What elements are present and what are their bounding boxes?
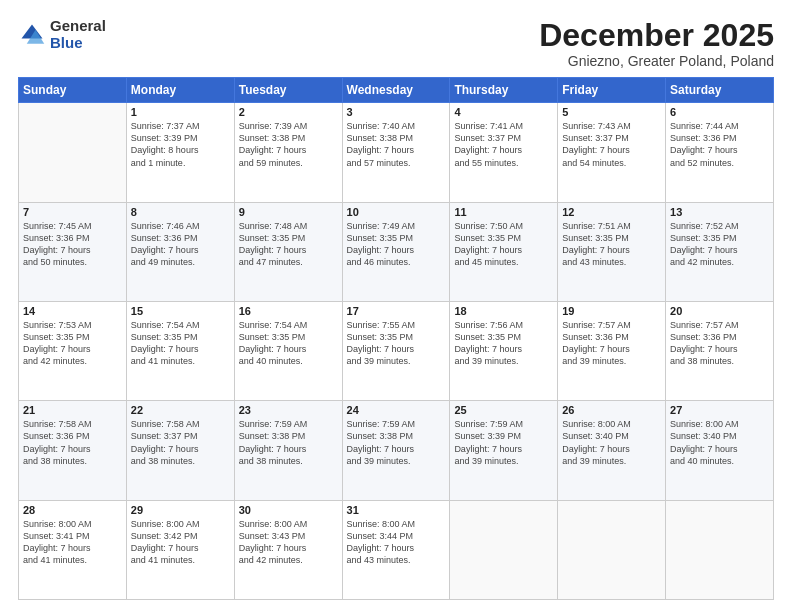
calendar-cell: 20Sunrise: 7:57 AMSunset: 3:36 PMDayligh… bbox=[666, 301, 774, 400]
day-info: Sunrise: 7:55 AMSunset: 3:35 PMDaylight:… bbox=[347, 319, 446, 368]
title-block: December 2025 Gniezno, Greater Poland, P… bbox=[539, 18, 774, 69]
day-number: 7 bbox=[23, 206, 122, 218]
day-number: 10 bbox=[347, 206, 446, 218]
day-number: 14 bbox=[23, 305, 122, 317]
day-info: Sunrise: 7:51 AMSunset: 3:35 PMDaylight:… bbox=[562, 220, 661, 269]
day-info: Sunrise: 7:39 AMSunset: 3:38 PMDaylight:… bbox=[239, 120, 338, 169]
calendar-cell: 30Sunrise: 8:00 AMSunset: 3:43 PMDayligh… bbox=[234, 500, 342, 599]
calendar-cell: 22Sunrise: 7:58 AMSunset: 3:37 PMDayligh… bbox=[126, 401, 234, 500]
calendar-cell: 7Sunrise: 7:45 AMSunset: 3:36 PMDaylight… bbox=[19, 202, 127, 301]
day-info: Sunrise: 7:49 AMSunset: 3:35 PMDaylight:… bbox=[347, 220, 446, 269]
logo-blue: Blue bbox=[50, 34, 83, 51]
calendar-cell: 3Sunrise: 7:40 AMSunset: 3:38 PMDaylight… bbox=[342, 103, 450, 202]
day-number: 12 bbox=[562, 206, 661, 218]
weekday-header: Saturday bbox=[666, 78, 774, 103]
calendar-cell: 13Sunrise: 7:52 AMSunset: 3:35 PMDayligh… bbox=[666, 202, 774, 301]
calendar-cell bbox=[558, 500, 666, 599]
day-info: Sunrise: 7:46 AMSunset: 3:36 PMDaylight:… bbox=[131, 220, 230, 269]
day-number: 1 bbox=[131, 106, 230, 118]
calendar-cell: 11Sunrise: 7:50 AMSunset: 3:35 PMDayligh… bbox=[450, 202, 558, 301]
calendar-cell: 9Sunrise: 7:48 AMSunset: 3:35 PMDaylight… bbox=[234, 202, 342, 301]
calendar-table: SundayMondayTuesdayWednesdayThursdayFrid… bbox=[18, 77, 774, 600]
day-number: 26 bbox=[562, 404, 661, 416]
calendar-week-row: 14Sunrise: 7:53 AMSunset: 3:35 PMDayligh… bbox=[19, 301, 774, 400]
day-info: Sunrise: 7:45 AMSunset: 3:36 PMDaylight:… bbox=[23, 220, 122, 269]
day-number: 24 bbox=[347, 404, 446, 416]
day-number: 29 bbox=[131, 504, 230, 516]
day-info: Sunrise: 7:56 AMSunset: 3:35 PMDaylight:… bbox=[454, 319, 553, 368]
day-info: Sunrise: 7:57 AMSunset: 3:36 PMDaylight:… bbox=[562, 319, 661, 368]
day-info: Sunrise: 7:43 AMSunset: 3:37 PMDaylight:… bbox=[562, 120, 661, 169]
calendar-cell: 12Sunrise: 7:51 AMSunset: 3:35 PMDayligh… bbox=[558, 202, 666, 301]
weekday-header: Tuesday bbox=[234, 78, 342, 103]
calendar-cell: 14Sunrise: 7:53 AMSunset: 3:35 PMDayligh… bbox=[19, 301, 127, 400]
day-number: 31 bbox=[347, 504, 446, 516]
day-info: Sunrise: 8:00 AMSunset: 3:42 PMDaylight:… bbox=[131, 518, 230, 567]
day-number: 9 bbox=[239, 206, 338, 218]
day-info: Sunrise: 7:59 AMSunset: 3:38 PMDaylight:… bbox=[347, 418, 446, 467]
day-info: Sunrise: 7:40 AMSunset: 3:38 PMDaylight:… bbox=[347, 120, 446, 169]
day-info: Sunrise: 7:37 AMSunset: 3:39 PMDaylight:… bbox=[131, 120, 230, 169]
header: General Blue December 2025 Gniezno, Grea… bbox=[18, 18, 774, 69]
day-info: Sunrise: 8:00 AMSunset: 3:40 PMDaylight:… bbox=[562, 418, 661, 467]
calendar-cell: 5Sunrise: 7:43 AMSunset: 3:37 PMDaylight… bbox=[558, 103, 666, 202]
main-title: December 2025 bbox=[539, 18, 774, 53]
logo-general: General bbox=[50, 17, 106, 34]
weekday-header-row: SundayMondayTuesdayWednesdayThursdayFrid… bbox=[19, 78, 774, 103]
day-info: Sunrise: 7:59 AMSunset: 3:38 PMDaylight:… bbox=[239, 418, 338, 467]
day-info: Sunrise: 7:57 AMSunset: 3:36 PMDaylight:… bbox=[670, 319, 769, 368]
calendar-week-row: 21Sunrise: 7:58 AMSunset: 3:36 PMDayligh… bbox=[19, 401, 774, 500]
day-info: Sunrise: 7:44 AMSunset: 3:36 PMDaylight:… bbox=[670, 120, 769, 169]
calendar-cell: 26Sunrise: 8:00 AMSunset: 3:40 PMDayligh… bbox=[558, 401, 666, 500]
calendar-cell: 16Sunrise: 7:54 AMSunset: 3:35 PMDayligh… bbox=[234, 301, 342, 400]
calendar-cell: 4Sunrise: 7:41 AMSunset: 3:37 PMDaylight… bbox=[450, 103, 558, 202]
calendar-cell: 19Sunrise: 7:57 AMSunset: 3:36 PMDayligh… bbox=[558, 301, 666, 400]
day-info: Sunrise: 8:00 AMSunset: 3:40 PMDaylight:… bbox=[670, 418, 769, 467]
day-number: 23 bbox=[239, 404, 338, 416]
calendar-cell: 10Sunrise: 7:49 AMSunset: 3:35 PMDayligh… bbox=[342, 202, 450, 301]
day-number: 16 bbox=[239, 305, 338, 317]
calendar-cell: 6Sunrise: 7:44 AMSunset: 3:36 PMDaylight… bbox=[666, 103, 774, 202]
day-number: 6 bbox=[670, 106, 769, 118]
weekday-header: Monday bbox=[126, 78, 234, 103]
day-number: 11 bbox=[454, 206, 553, 218]
calendar-week-row: 1Sunrise: 7:37 AMSunset: 3:39 PMDaylight… bbox=[19, 103, 774, 202]
day-number: 20 bbox=[670, 305, 769, 317]
calendar-cell bbox=[666, 500, 774, 599]
day-number: 18 bbox=[454, 305, 553, 317]
day-info: Sunrise: 7:58 AMSunset: 3:36 PMDaylight:… bbox=[23, 418, 122, 467]
day-number: 30 bbox=[239, 504, 338, 516]
day-info: Sunrise: 8:00 AMSunset: 3:41 PMDaylight:… bbox=[23, 518, 122, 567]
day-number: 25 bbox=[454, 404, 553, 416]
calendar-cell: 24Sunrise: 7:59 AMSunset: 3:38 PMDayligh… bbox=[342, 401, 450, 500]
calendar-cell bbox=[19, 103, 127, 202]
page: General Blue December 2025 Gniezno, Grea… bbox=[0, 0, 792, 612]
calendar-cell: 27Sunrise: 8:00 AMSunset: 3:40 PMDayligh… bbox=[666, 401, 774, 500]
day-info: Sunrise: 8:00 AMSunset: 3:44 PMDaylight:… bbox=[347, 518, 446, 567]
calendar-cell: 21Sunrise: 7:58 AMSunset: 3:36 PMDayligh… bbox=[19, 401, 127, 500]
day-number: 13 bbox=[670, 206, 769, 218]
day-info: Sunrise: 7:59 AMSunset: 3:39 PMDaylight:… bbox=[454, 418, 553, 467]
day-number: 27 bbox=[670, 404, 769, 416]
day-info: Sunrise: 7:58 AMSunset: 3:37 PMDaylight:… bbox=[131, 418, 230, 467]
calendar-cell: 23Sunrise: 7:59 AMSunset: 3:38 PMDayligh… bbox=[234, 401, 342, 500]
day-number: 19 bbox=[562, 305, 661, 317]
day-info: Sunrise: 7:41 AMSunset: 3:37 PMDaylight:… bbox=[454, 120, 553, 169]
day-number: 22 bbox=[131, 404, 230, 416]
day-info: Sunrise: 7:50 AMSunset: 3:35 PMDaylight:… bbox=[454, 220, 553, 269]
calendar-cell: 1Sunrise: 7:37 AMSunset: 3:39 PMDaylight… bbox=[126, 103, 234, 202]
calendar-cell: 17Sunrise: 7:55 AMSunset: 3:35 PMDayligh… bbox=[342, 301, 450, 400]
day-number: 17 bbox=[347, 305, 446, 317]
subtitle: Gniezno, Greater Poland, Poland bbox=[539, 53, 774, 69]
weekday-header: Sunday bbox=[19, 78, 127, 103]
calendar-cell: 28Sunrise: 8:00 AMSunset: 3:41 PMDayligh… bbox=[19, 500, 127, 599]
day-info: Sunrise: 7:54 AMSunset: 3:35 PMDaylight:… bbox=[239, 319, 338, 368]
day-number: 15 bbox=[131, 305, 230, 317]
day-info: Sunrise: 8:00 AMSunset: 3:43 PMDaylight:… bbox=[239, 518, 338, 567]
calendar-week-row: 28Sunrise: 8:00 AMSunset: 3:41 PMDayligh… bbox=[19, 500, 774, 599]
day-info: Sunrise: 7:48 AMSunset: 3:35 PMDaylight:… bbox=[239, 220, 338, 269]
day-number: 2 bbox=[239, 106, 338, 118]
calendar-cell: 15Sunrise: 7:54 AMSunset: 3:35 PMDayligh… bbox=[126, 301, 234, 400]
day-info: Sunrise: 7:52 AMSunset: 3:35 PMDaylight:… bbox=[670, 220, 769, 269]
calendar-cell bbox=[450, 500, 558, 599]
